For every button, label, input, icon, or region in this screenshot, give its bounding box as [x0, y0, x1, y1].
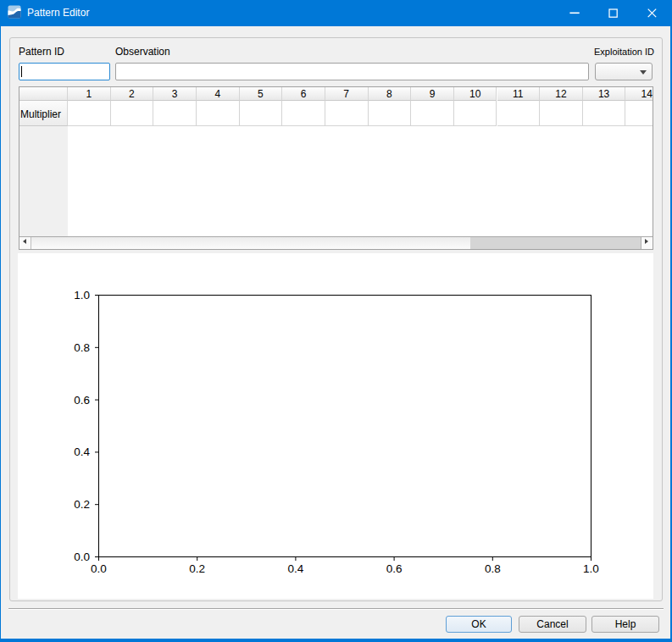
- svg-text:0.6: 0.6: [386, 562, 403, 575]
- svg-text:0.2: 0.2: [74, 498, 90, 511]
- svg-text:0.6: 0.6: [74, 394, 90, 407]
- svg-text:1.0: 1.0: [74, 289, 90, 302]
- svg-text:0.8: 0.8: [74, 341, 90, 354]
- svg-text:0.4: 0.4: [74, 446, 90, 458]
- svg-text:0.0: 0.0: [74, 551, 90, 563]
- svg-text:0.0: 0.0: [91, 562, 107, 575]
- svg-text:1.0: 1.0: [583, 562, 599, 575]
- svg-text:0.2: 0.2: [189, 562, 205, 575]
- svg-text:0.4: 0.4: [288, 562, 304, 575]
- svg-text:0.8: 0.8: [485, 562, 501, 575]
